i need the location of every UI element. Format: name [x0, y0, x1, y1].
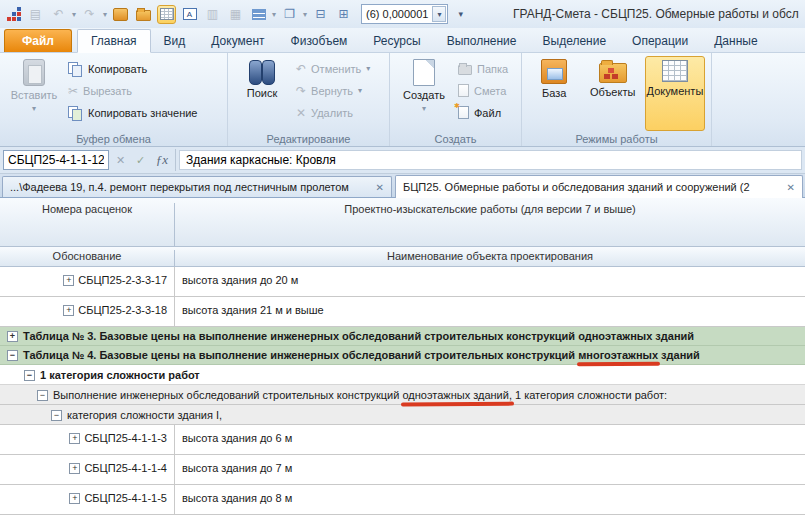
expand-icon[interactable]: + — [69, 493, 80, 504]
qat-customize-icon[interactable]: ▾ — [458, 9, 463, 19]
collapse-groups-icon[interactable]: ⊟ — [311, 5, 330, 24]
copy-page-icon[interactable]: ▥ — [203, 5, 222, 24]
price-table: Номера расценок Проектно-изыскательские … — [0, 198, 805, 515]
cell-reference-input[interactable] — [3, 150, 109, 170]
new-file-button[interactable]: Файл — [458, 105, 508, 120]
undo-icon[interactable]: ↶ — [49, 5, 68, 24]
table-row[interactable]: +СБЦП25-4-1-1-4 высота здания до 7 м — [0, 455, 805, 485]
confirm-icon[interactable]: ✓ — [132, 154, 149, 167]
rows-view-dropdown-icon[interactable]: ▾ — [272, 10, 276, 19]
formula-bar: ✕ ✓ ƒx — [0, 147, 805, 174]
cut-button[interactable]: ✂ Вырезать — [68, 83, 197, 98]
base-mode-button[interactable]: База — [528, 56, 580, 131]
precision-combobox[interactable]: (6) 0,000001 ▾ — [361, 4, 448, 24]
collapse-icon[interactable]: − — [51, 410, 62, 421]
table-row[interactable]: +СБЦП25-4-1-1-3 высота здания до 6 м — [0, 425, 805, 455]
copy-icon — [68, 62, 83, 76]
clipboard-icon — [23, 59, 45, 86]
ribbon-tab-bar: Файл Главная Вид Документ Физобъем Ресур… — [0, 28, 805, 52]
tab-document[interactable]: Документ — [198, 30, 277, 52]
objects-folder-icon — [599, 63, 627, 83]
copy-value-button[interactable]: Копировать значение — [68, 105, 197, 120]
stamp-icon[interactable]: ▦ — [226, 5, 245, 24]
database-cabinet-icon — [541, 59, 567, 84]
red-underline-annotation: одноэтажных зданий, — [402, 389, 512, 401]
window-layout-icon[interactable]: ❐ — [280, 5, 299, 24]
document-tab-estimate[interactable]: ...\Фадеева 19, п.4. ремонт перекрытия п… — [2, 176, 392, 197]
create-group-label: Создать — [390, 133, 521, 145]
tab-view[interactable]: Вид — [151, 30, 199, 52]
subsection-row[interactable]: − Выполнение инженерных обследований стр… — [0, 385, 805, 405]
row-code: СБЦП25-2-3-3-18 — [78, 304, 167, 316]
create-button[interactable]: Создать ▾ — [396, 56, 452, 131]
tab-selection[interactable]: Выделение — [530, 30, 620, 52]
redo-icon[interactable]: ↷ — [80, 5, 99, 24]
table-row[interactable]: +СБЦП25-2-3-3-17 высота здания до 20 м — [0, 267, 805, 297]
delete-button[interactable]: ✕ Удалить — [296, 105, 370, 120]
expand-icon[interactable]: + — [63, 305, 74, 316]
documents-mode-icon[interactable] — [157, 5, 176, 24]
close-icon[interactable]: ✕ — [376, 182, 384, 193]
redo-button[interactable]: ↷ Вернуть ▾ — [296, 83, 370, 98]
section-row-table3[interactable]: + Таблица № 3. Базовые цены на выполнени… — [0, 327, 805, 346]
tab-home[interactable]: Главная — [77, 29, 151, 53]
collapse-icon[interactable]: − — [24, 370, 35, 381]
undo-button-dropdown-icon[interactable]: ▾ — [366, 64, 370, 73]
documents-mode-button[interactable]: Документы — [645, 56, 705, 131]
create-dropdown-icon[interactable]: ▾ — [422, 104, 426, 113]
precision-dropdown-icon[interactable]: ▾ — [432, 6, 446, 22]
expand-icon[interactable]: + — [63, 275, 74, 286]
table-row[interactable]: +СБЦП25-2-3-3-18 высота здания 21 м и вы… — [0, 297, 805, 327]
undo-arrow-icon: ↶ — [296, 63, 306, 75]
new-folder-button[interactable]: Папка — [458, 61, 508, 76]
redo-button-dropdown-icon[interactable]: ▾ — [358, 86, 362, 95]
search-button[interactable]: Поиск — [234, 56, 290, 131]
paste-button[interactable]: Вставить ▾ — [6, 56, 62, 131]
text-document-icon[interactable]: А — [180, 5, 199, 24]
save-icon[interactable]: ▤ — [26, 5, 45, 24]
document-tab-base[interactable]: БЦП25. Обмерные работы и обследования зд… — [395, 175, 803, 198]
table-row[interactable]: +СБЦП25-4-1-1-5 высота здания до 8 м — [0, 485, 805, 515]
tab-resources[interactable]: Ресурсы — [360, 30, 433, 52]
objects-mode-icon[interactable] — [134, 5, 153, 24]
table-subheader-row: Обоснование Наименование объекта проекти… — [0, 247, 805, 267]
subsection-row[interactable]: − категория сложности здания I, — [0, 405, 805, 425]
clipboard-group: Вставить ▾ Копировать ✂ Вырезать Копиров… — [0, 53, 228, 146]
expand-icon[interactable]: + — [7, 331, 18, 342]
new-estimate-button[interactable]: Смета — [458, 83, 508, 98]
paste-dropdown-icon[interactable]: ▾ — [32, 104, 36, 113]
expand-icon[interactable]: + — [69, 433, 80, 444]
function-icon[interactable]: ƒx — [152, 152, 172, 168]
collapse-icon[interactable]: − — [37, 390, 48, 401]
window-layout-dropdown-icon[interactable]: ▾ — [303, 10, 307, 19]
tab-data[interactable]: Данные — [701, 30, 770, 52]
expand-icon[interactable]: + — [69, 463, 80, 474]
copy-button[interactable]: Копировать — [68, 61, 197, 76]
tab-operations[interactable]: Операции — [619, 30, 701, 52]
objects-mode-button[interactable]: Объекты — [586, 56, 638, 131]
delete-x-icon: ✕ — [296, 107, 306, 119]
collapse-icon[interactable]: − — [7, 350, 18, 361]
row-name: высота здания до 6 м — [175, 425, 805, 444]
cancel-icon[interactable]: ✕ — [112, 154, 129, 167]
tab-physvolume[interactable]: Физобъем — [278, 30, 361, 52]
section-row-table4[interactable]: − Таблица № 4. Базовые цены на выполнени… — [0, 346, 805, 365]
work-modes-group-label: Режимы работы — [522, 133, 711, 145]
rows-view-icon[interactable] — [249, 5, 268, 24]
formula-input[interactable] — [179, 150, 802, 170]
close-icon[interactable]: ✕ — [787, 182, 795, 193]
base-mode-icon[interactable] — [111, 5, 130, 24]
expand-groups-icon[interactable]: ⊞ — [334, 5, 353, 24]
category-row[interactable]: − 1 категория сложности работ — [0, 365, 805, 385]
window-title: ГРАНД-Смета - СБЦП25. Обмерные работы и … — [513, 7, 799, 21]
column-header-justification: Обоснование — [0, 250, 175, 266]
tab-execution[interactable]: Выполнение — [434, 30, 530, 52]
redo-dropdown-icon[interactable]: ▾ — [103, 10, 107, 19]
ribbon: Вставить ▾ Копировать ✂ Вырезать Копиров… — [0, 52, 805, 147]
undo-dropdown-icon[interactable]: ▾ — [72, 10, 76, 19]
undo-button[interactable]: ↶ Отменить ▾ — [296, 61, 370, 76]
subsection-title: категория сложности здания I, — [67, 409, 222, 421]
work-modes-group: База Объекты Документы Режимы работы — [522, 53, 712, 146]
row-name: высота здания 21 м и выше — [175, 297, 805, 316]
tab-file[interactable]: Файл — [4, 29, 72, 52]
